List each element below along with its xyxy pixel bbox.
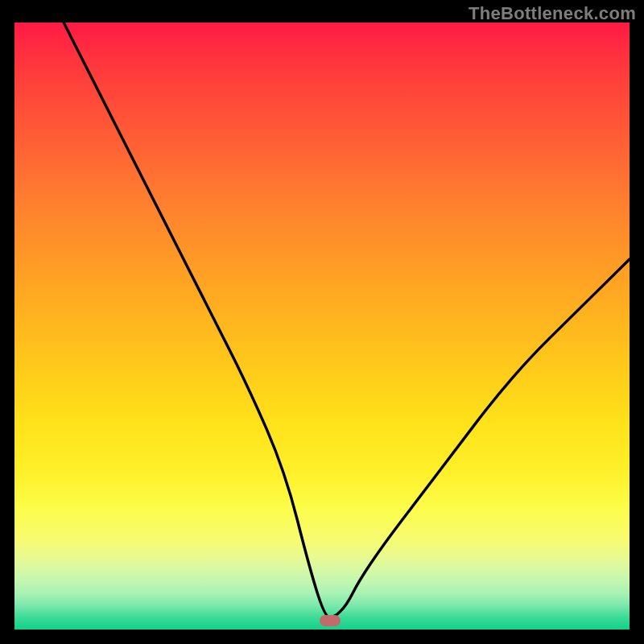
min-marker bbox=[320, 615, 341, 626]
chart-svg bbox=[14, 23, 630, 630]
plot-area bbox=[14, 23, 630, 630]
bottleneck-curve bbox=[64, 23, 630, 617]
chart-frame: TheBottleneck.com bbox=[0, 0, 644, 644]
watermark-text: TheBottleneck.com bbox=[469, 3, 636, 24]
